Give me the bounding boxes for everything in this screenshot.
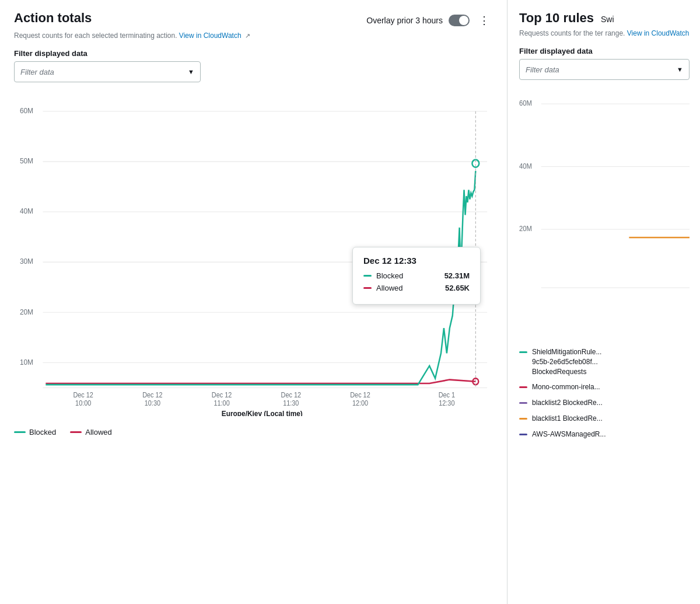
tooltip-value-allowed: 52.65K xyxy=(445,284,470,292)
legend-label-allowed: Allowed xyxy=(85,428,112,437)
svg-text:20M: 20M xyxy=(20,308,33,316)
tooltip-date: Dec 12 12:33 xyxy=(363,256,470,266)
rule-item-1: Mono-common-irela... xyxy=(519,382,690,392)
rule-text-1: Mono-common-irela... xyxy=(532,382,690,392)
tooltip-row-blocked: Blocked 52.31M xyxy=(363,271,470,280)
right-panel-subtitle: Requests counts for the ter range. View … xyxy=(519,29,690,37)
rule-item-3: blacklist1 BlockedRe... xyxy=(519,414,690,424)
svg-text:Dec 12: Dec 12 xyxy=(73,391,93,398)
svg-text:11:00: 11:00 xyxy=(214,399,229,406)
svg-text:60M: 60M xyxy=(20,106,33,115)
allowed-dot xyxy=(363,287,372,289)
rule-dot-3 xyxy=(519,418,527,420)
svg-text:20M: 20M xyxy=(519,225,532,233)
svg-text:10:30: 10:30 xyxy=(145,399,160,406)
right-chevron-down-icon: ▼ xyxy=(677,66,683,73)
svg-text:12:00: 12:00 xyxy=(352,399,368,406)
filter-label: Filter displayed data xyxy=(14,49,493,58)
svg-text:11:30: 11:30 xyxy=(283,399,299,406)
chevron-down-icon: ▼ xyxy=(188,68,194,75)
right-panel-title: Top 10 rules xyxy=(519,11,594,26)
right-filter-select[interactable]: Filter data ▼ xyxy=(519,59,690,80)
tooltip-metric-allowed: Allowed xyxy=(376,284,440,292)
legend-item-allowed: Allowed xyxy=(70,428,112,437)
right-filter-section: Filter displayed data Filter data ▼ xyxy=(519,47,690,80)
svg-text:Dec 12: Dec 12 xyxy=(281,391,301,398)
svg-text:30M: 30M xyxy=(20,257,33,266)
page-title: Action totals xyxy=(14,11,92,26)
svg-text:60M: 60M xyxy=(519,99,532,108)
chart-legend: Blocked Allowed xyxy=(14,423,493,437)
rule-item-2: blacklist2 BlockedRe... xyxy=(519,398,690,408)
switch-label: Swi xyxy=(601,15,614,24)
right-filter-placeholder: Filter data xyxy=(526,65,559,74)
cloudwatch-link[interactable]: View in CloudWatch xyxy=(179,32,242,40)
filter-section: Filter displayed data Filter data ▼ xyxy=(14,49,493,82)
svg-text:50M: 50M xyxy=(20,157,33,166)
svg-text:40M: 40M xyxy=(20,207,33,216)
svg-text:Dec 12: Dec 12 xyxy=(142,391,162,398)
legend-label-blocked: Blocked xyxy=(29,428,56,437)
rule-item-0: ShieldMitigationRule...9c5b-2e6d5cfeb08f… xyxy=(519,347,690,376)
svg-text:Dec 1: Dec 1 xyxy=(439,391,455,398)
rules-list: ShieldMitigationRule...9c5b-2e6d5cfeb08f… xyxy=(519,347,690,439)
svg-text:40M: 40M xyxy=(519,162,532,170)
rule-text-2: blacklist2 BlockedRe... xyxy=(532,398,690,408)
rule-dot-2 xyxy=(519,402,527,404)
rule-dot-4 xyxy=(519,434,527,435)
right-panel-header: Top 10 rules Swi xyxy=(519,11,690,26)
rule-text-3: blacklist1 BlockedRe... xyxy=(532,414,690,424)
right-chart-area: 60M 40M 20M xyxy=(519,87,690,338)
rule-item-4: AWS-AWSManagedR... xyxy=(519,430,690,439)
legend-line-blocked xyxy=(14,431,26,433)
rule-text-4: AWS-AWSManagedR... xyxy=(532,430,690,439)
legend-line-allowed xyxy=(70,431,82,433)
chart-area: 60M 50M 40M 30M 20M 10M xyxy=(14,89,493,416)
right-cloudwatch-link[interactable]: View in CloudWatch xyxy=(627,29,690,37)
rule-dot-0 xyxy=(519,351,527,353)
rule-dot-1 xyxy=(519,386,527,388)
header-controls: Overlay prior 3 hours ⋮ xyxy=(366,13,493,28)
panel-header: Action totals Overlay prior 3 hours ⋮ xyxy=(14,11,493,28)
overlay-toggle[interactable] xyxy=(449,15,470,26)
tooltip-value-blocked: 52.31M xyxy=(444,271,470,280)
top-rules-chart: 60M 40M 20M xyxy=(519,87,690,338)
blocked-dot xyxy=(363,275,372,277)
tooltip-row-allowed: Allowed 52.65K xyxy=(363,284,470,292)
more-options-icon[interactable]: ⋮ xyxy=(475,13,493,28)
tooltip-metric-blocked: Blocked xyxy=(376,271,440,280)
left-panel: Action totals Overlay prior 3 hours ⋮ Re… xyxy=(0,0,508,604)
svg-text:10:00: 10:00 xyxy=(75,399,91,406)
right-filter-label: Filter displayed data xyxy=(519,47,690,55)
rule-text-0: ShieldMitigationRule...9c5b-2e6d5cfeb08f… xyxy=(532,347,690,376)
svg-text:Dec 12: Dec 12 xyxy=(350,391,370,398)
overlay-label: Overlay prior 3 hours xyxy=(366,16,443,25)
external-link-icon: ↗ xyxy=(245,32,250,40)
right-panel: Top 10 rules Swi Requests counts for the… xyxy=(508,0,700,604)
svg-text:Dec 12: Dec 12 xyxy=(212,391,232,398)
legend-item-blocked: Blocked xyxy=(14,428,56,437)
chart-tooltip: Dec 12 12:33 Blocked 52.31M Allowed 52.6… xyxy=(352,247,481,305)
svg-text:12:30: 12:30 xyxy=(439,399,454,406)
svg-text:10M: 10M xyxy=(20,358,33,366)
panel-title-group: Action totals xyxy=(14,11,92,26)
filter-select[interactable]: Filter data ▼ xyxy=(14,61,201,82)
filter-placeholder: Filter data xyxy=(20,68,54,76)
svg-text:Europe/Kiev (Local time): Europe/Kiev (Local time) xyxy=(222,410,303,416)
panel-subtitle: Request counts for each selected termina… xyxy=(14,32,493,40)
